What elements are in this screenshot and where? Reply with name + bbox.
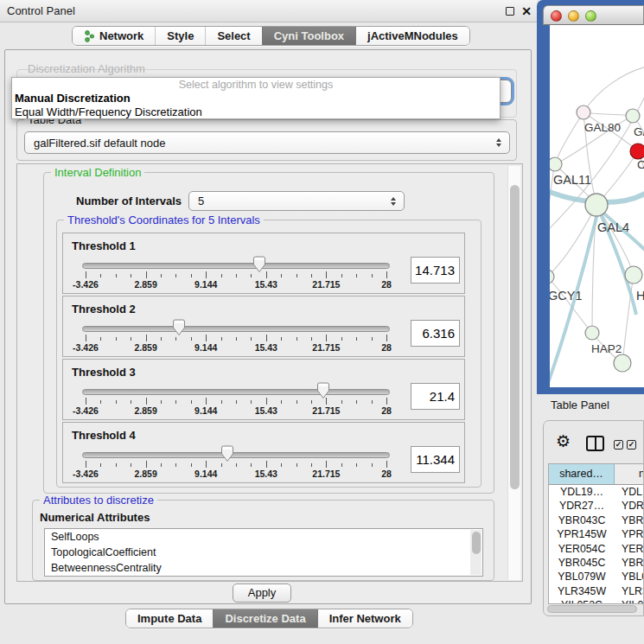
combo-stepper-icon [391,197,396,206]
tab-select[interactable]: Select [205,27,261,45]
tab-impute-data[interactable]: Impute Data [126,609,213,628]
slider-scale-label: 15.43 [255,279,277,290]
dropdown-item-manual-discretization[interactable]: Manual Discretization [15,92,131,105]
node-attribute-table[interactable]: shared… na YDL19…YDL1YDR27…YDR2YBR043CYB… [548,463,644,604]
threshold-panel: Threshold 4 -3.4262.8599.14415.4321.7152… [62,422,465,483]
attribute-list-item[interactable]: SelfLoops [45,529,482,545]
tab-impute-data-label: Impute Data [137,609,201,628]
threshold-label: Threshold 4 [72,429,136,442]
threshold-label: Threshold 3 [72,366,136,379]
interval-definition-group: Interval Definition Number of Intervals … [43,172,494,494]
attribute-list-item[interactable]: TopologicalCoefficient [45,545,482,560]
zoom-traffic-light-icon[interactable] [585,10,596,22]
table-row[interactable]: YDL19…YDL1 [549,485,644,499]
slider-scale-label: 28 [381,405,392,416]
slider-scale-label: -3.426 [73,469,99,479]
slider-scale-label: 21.715 [312,342,340,353]
threshold-value-field[interactable]: 11.344 [411,446,460,473]
label-gal80: GAL80 [584,121,621,134]
dropdown-item-equal-width-frequency[interactable]: Equal Width/Frequency Discretization [15,105,202,118]
attributes-group: Attributes to discretize Numerical Attri… [32,500,494,581]
settings-scrollpane: Interval Definition Number of Intervals … [16,163,523,582]
tab-network[interactable]: Network [73,27,155,45]
column-header-name[interactable]: na [615,464,644,484]
close-icon[interactable]: ✕ [521,3,532,19]
table-row[interactable]: YBR045CYBR0 [549,556,644,570]
threshold-value-field[interactable]: 14.713 [411,257,460,284]
control-panel: Control Panel ✕ Network Style Select Cyn… [0,0,537,644]
checkbox-icon[interactable]: ✓ [614,440,623,450]
node-gal11[interactable] [550,157,562,171]
table-panel-title: Table Panel [551,399,609,411]
threshold-slider-track[interactable] [82,263,390,269]
apply-button[interactable]: Apply [233,583,291,603]
table-data-combobox[interactable]: galFiltered.sif default node [24,131,510,154]
threshold-slider-thumb[interactable] [252,256,266,273]
tab-select-label: Select [217,27,250,45]
slider-scale-label: 2.859 [134,279,156,290]
slider-scale-label: 28 [381,469,392,479]
tab-jactivemnodules[interactable]: jActiveMNodules [355,27,469,45]
numerical-attributes-list[interactable]: SelfLoopsTopologicalCoefficientBetweenne… [44,528,483,577]
tab-discretize-data[interactable]: Discretize Data [213,609,316,628]
top-tab-bar: Network Style Select Cyni Toolbox jActiv… [72,26,470,46]
table-row[interactable]: YIL052CYIL0 [549,598,644,604]
slider-scale-label: 21.715 [312,469,340,479]
table-row[interactable]: YBL079WYBL0 [549,570,644,583]
slider-scale-label: 9.144 [194,405,217,416]
control-panel-titlebar: Control Panel ✕ [0,0,537,22]
threshold-slider-track[interactable] [82,389,390,395]
tab-style[interactable]: Style [155,27,205,45]
label-gal11: GAL11 [553,173,591,187]
attributes-list-scrollbar[interactable] [470,530,481,575]
column-header-shared-name[interactable]: shared… [549,464,615,484]
checkbox-icon[interactable]: ✓ [627,440,636,450]
slider-scale-label: 9.144 [194,279,217,290]
node-h[interactable] [625,266,642,284]
threshold-slider-thumb[interactable] [172,319,186,336]
network-canvas[interactable]: GAL80 GA C GAL11 GAL4 GCY1 H HAP2 [550,25,644,387]
tab-infer-network-label: Infer Network [329,609,401,628]
threshold-slider-thumb[interactable] [220,445,234,462]
attribute-list-item[interactable]: BetweennessCentrality [45,560,482,576]
slider-scale-label: -3.426 [73,342,99,353]
node-gcy1[interactable] [550,270,554,284]
label-h-clipped: H [636,289,644,303]
table-horizontal-scrollbar[interactable] [547,605,641,614]
slider-scale-label: 21.715 [312,279,340,290]
threshold-label: Threshold 2 [72,303,136,316]
threshold-slider-track[interactable] [82,326,390,332]
slider-scale-label: 15.43 [255,405,277,416]
node-gal4[interactable] [585,194,608,216]
float-window-icon[interactable] [506,7,514,16]
label-c-clipped: C [637,158,644,171]
threshold-value-field[interactable]: 21.4 [411,383,460,410]
table-row[interactable]: YLR345WYLR3 [549,584,644,598]
cyni-toolbox-panel: Discretization Algorithm Select algorith… [4,49,532,604]
label-ga-clipped: GA [634,125,644,138]
table-row[interactable]: YDR27…YDR2 [549,499,644,513]
number-of-intervals-combobox[interactable]: 5 [188,191,405,211]
table-row[interactable]: YPR145WYPR1 [549,527,644,541]
table-row[interactable]: YBR043CYBR0 [549,513,644,527]
threshold-value-field[interactable]: 6.316 [411,320,460,347]
column-layout-icon[interactable] [586,436,604,451]
node-gal80[interactable] [577,105,590,119]
threshold-slider-thumb[interactable] [316,382,330,399]
node-red-selected[interactable] [630,143,644,159]
tab-cyni-toolbox[interactable]: Cyni Toolbox [262,27,355,45]
dropdown-placeholder-item[interactable]: Select algorithm to view settings [12,79,500,91]
minimize-traffic-light-icon[interactable] [568,10,579,22]
node-top-right[interactable] [626,109,640,123]
slider-scale-label: -3.426 [73,279,99,290]
node-hap2[interactable] [585,326,599,340]
close-traffic-light-icon[interactable] [551,10,562,22]
node-bottom-partial[interactable] [614,354,631,372]
slider-scale-label: 28 [381,342,392,353]
table-panel: ⚙ ✓ ✓ shared… na YDL19…YDL1YDR27…YDR2YBR… [543,420,644,616]
tab-infer-network[interactable]: Infer Network [317,609,412,628]
settings-vertical-scrollbar[interactable] [507,166,520,580]
gear-icon[interactable]: ⚙ [556,431,571,451]
threshold-slider-track[interactable] [82,452,390,458]
table-row[interactable]: YER054CYER0 [549,542,644,556]
